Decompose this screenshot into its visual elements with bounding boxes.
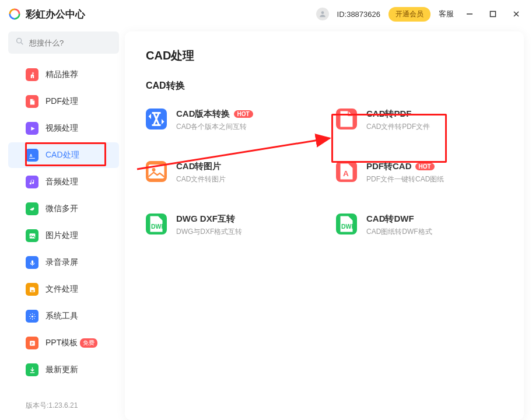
card-icon-4: DWF: [146, 214, 167, 235]
sidebar-item-6[interactable]: 图片处理: [8, 223, 119, 249]
minimize-button[interactable]: [462, 6, 477, 22]
main-panel: CAD处理 CAD转换 CAD版本转换HOTCAD各个版本之间互转CAD转PDF…: [125, 32, 524, 420]
nav-label-10: PPT模板: [46, 338, 78, 348]
sidebar-item-8[interactable]: 文件处理: [8, 276, 119, 302]
nav-icon-9: [26, 310, 38, 323]
nav-label-2: 视频处理: [46, 123, 78, 134]
sidebar-item-10[interactable]: PPPT模板免费: [8, 330, 119, 356]
nav-label-3: CAD处理: [46, 150, 79, 160]
card-title-2: CAD转图片: [176, 161, 222, 172]
nav-label-6: 图片处理: [46, 230, 78, 241]
card-2[interactable]: CAD转图片CAD文件转图片: [146, 161, 313, 184]
nav-label-1: PDF处理: [46, 96, 78, 107]
nav-icon-1: [26, 95, 38, 108]
sidebar-item-1[interactable]: PDF处理: [8, 89, 119, 114]
card-desc-4: DWG与DXF格式互转: [176, 227, 242, 237]
card-icon-0: [146, 108, 167, 130]
card-icon-2: [146, 161, 167, 182]
card-desc-3: PDF文件一键转CAD图纸: [366, 174, 444, 184]
nav-icon-4: [26, 176, 38, 188]
app-title: 彩虹办公中心: [26, 8, 85, 21]
version-label: 版本号:1.23.6.21: [8, 391, 119, 420]
card-icon-3: A: [336, 161, 357, 182]
card-4[interactable]: DWFDWG DXF互转DWG与DXF格式互转: [146, 214, 313, 237]
card-desc-5: CAD图纸转DWF格式: [366, 227, 432, 237]
svg-rect-11: [31, 290, 33, 291]
sidebar-item-2[interactable]: 视频处理: [8, 116, 119, 141]
sidebar-item-4[interactable]: 音频处理: [8, 169, 119, 195]
nav-label-8: 文件处理: [46, 284, 78, 295]
card-title-0: CAD版本转换: [176, 108, 230, 120]
hot-badge-0: HOT: [234, 110, 253, 118]
card-5[interactable]: DWFCAD转DWFCAD图纸转DWF格式: [336, 214, 503, 237]
nav-label-0: 精品推荐: [46, 69, 78, 80]
card-3[interactable]: APDF转CADHOTPDF文件一键转CAD图纸: [336, 161, 503, 184]
card-title-3: PDF转CAD: [366, 161, 412, 172]
vip-button[interactable]: 开通会员: [388, 7, 430, 22]
svg-rect-10: [31, 260, 33, 264]
user-id: ID:38873626: [337, 10, 380, 19]
card-icon-1: [336, 108, 357, 130]
card-title-1: CAD转PDF: [366, 108, 412, 120]
svg-point-12: [31, 315, 33, 317]
svg-text:DWF: DWF: [151, 223, 165, 230]
maximize-button[interactable]: [485, 6, 501, 22]
kefu-link[interactable]: 客服: [439, 9, 454, 19]
nav-icon-6: [26, 229, 38, 242]
nav-icon-5: [26, 202, 38, 215]
card-desc-2: CAD文件转图片: [176, 174, 226, 184]
nav-icon-8: [26, 283, 38, 296]
section-title: CAD转换: [146, 80, 503, 92]
sidebar-item-3[interactable]: ACAD处理: [8, 142, 119, 168]
svg-text:A: A: [29, 153, 32, 158]
svg-rect-2: [491, 12, 496, 17]
svg-text:DWF: DWF: [341, 223, 355, 230]
nav-label-4: 音频处理: [46, 177, 78, 187]
sidebar-item-7[interactable]: 录音录屏: [8, 250, 119, 275]
nav-icon-2: [26, 122, 38, 135]
card-icon-5: DWF: [336, 214, 357, 235]
search-input[interactable]: [29, 38, 112, 47]
svg-point-0: [321, 11, 324, 14]
sidebar-item-9[interactable]: 系统工具: [8, 303, 119, 329]
card-desc-1: CAD文件转PDF文件: [366, 122, 430, 132]
card-title-5: CAD转DWF: [366, 214, 414, 225]
sidebar-item-11[interactable]: 最新更新: [8, 357, 119, 383]
user-avatar[interactable]: [316, 8, 329, 20]
nav-icon-10: P: [26, 337, 38, 349]
rainbow-logo-icon: [8, 8, 21, 20]
card-title-4: DWG DXF互转: [176, 214, 235, 225]
hot-badge-3: HOT: [415, 163, 435, 170]
nav-icon-3: A: [26, 149, 38, 162]
nav-label-5: 微信多开: [46, 204, 78, 214]
page-title: CAD处理: [146, 48, 503, 64]
svg-point-17: [152, 168, 156, 172]
svg-text:P: P: [31, 342, 33, 345]
app-logo: 彩虹办公中心: [8, 8, 85, 21]
nav-icon-7: [26, 256, 38, 269]
nav-icon-11: [26, 363, 38, 376]
titlebar: 彩虹办公中心 ID:38873626 开通会员 客服: [0, 0, 532, 28]
svg-text:A: A: [343, 169, 349, 178]
nav-badge-10: 免费: [80, 338, 97, 348]
search-box[interactable]: [8, 32, 119, 54]
sidebar-item-5[interactable]: 微信多开: [8, 196, 119, 222]
card-0[interactable]: CAD版本转换HOTCAD各个版本之间互转: [146, 108, 313, 132]
svg-rect-16: [149, 164, 164, 178]
nav-label-7: 录音录屏: [46, 257, 78, 268]
card-desc-0: CAD各个版本之间互转: [176, 122, 253, 132]
sidebar: 精品推荐PDF处理视频处理ACAD处理音频处理微信多开图片处理录音录屏文件处理系…: [8, 32, 119, 420]
search-icon: [15, 37, 24, 48]
nav-label-9: 系统工具: [46, 311, 78, 321]
nav-label-11: 最新更新: [46, 365, 78, 375]
svg-line-6: [21, 43, 23, 44]
svg-point-5: [17, 38, 22, 43]
nav-icon-0: [26, 68, 38, 81]
close-button[interactable]: [509, 6, 524, 22]
sidebar-item-0[interactable]: 精品推荐: [8, 62, 119, 88]
card-1[interactable]: CAD转PDFCAD文件转PDF文件: [336, 108, 503, 132]
